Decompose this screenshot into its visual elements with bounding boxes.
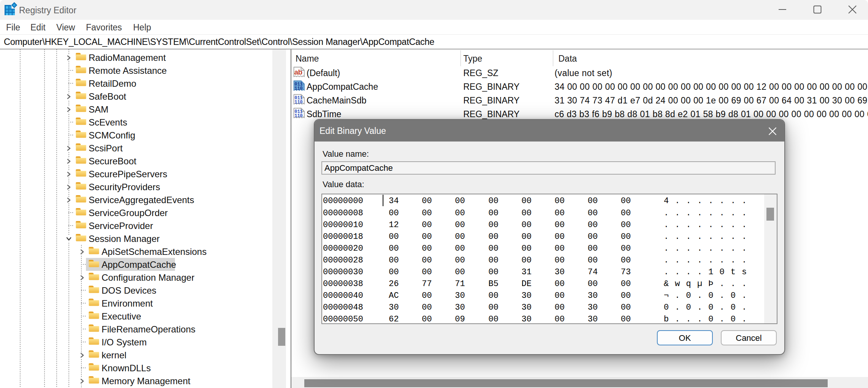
svg-text:110: 110 [294,113,303,119]
svg-text:110: 110 [294,100,303,105]
svg-text:110: 110 [294,86,303,91]
svg-text:ab: ab [294,68,302,76]
